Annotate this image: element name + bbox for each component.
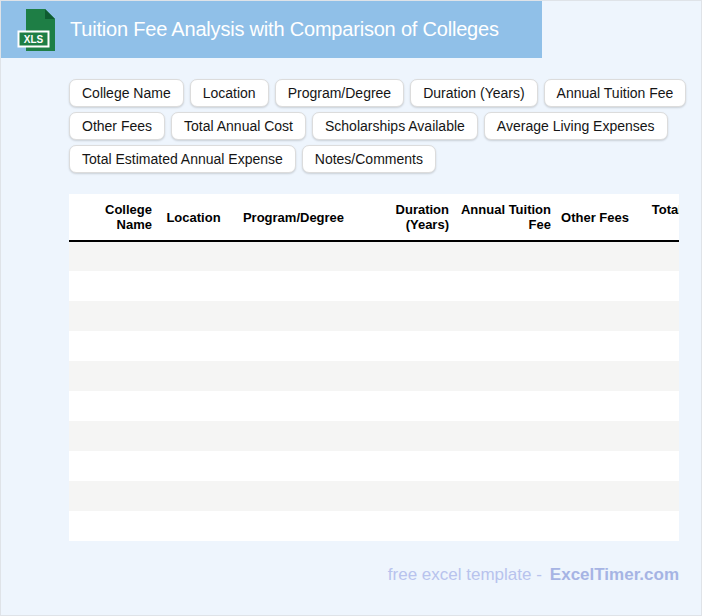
table-row [69,361,679,391]
table-cell [356,331,453,361]
table-cell [356,241,453,271]
field-chip: Other Fees [69,112,165,140]
field-chip: Scholarships Available [312,112,478,140]
table-cell [555,331,633,361]
page-title: Tuition Fee Analysis with Comparison of … [70,18,499,41]
table-cell [356,271,453,301]
table-cell [156,421,231,451]
table-cell [156,241,231,271]
table-cell [231,271,356,301]
table-cell [356,481,453,511]
table-cell [156,481,231,511]
table-cell [356,421,453,451]
column-header: Duration (Years) [356,194,453,241]
field-chips: College NameLocationProgram/DegreeDurati… [69,79,701,173]
table-row [69,481,679,511]
table-cell [633,331,679,361]
table-cell [231,481,356,511]
table-container: College NameLocationProgram/DegreeDurati… [69,194,679,541]
column-header: College Name [69,194,156,241]
table-cell [356,511,453,541]
table-cell [156,511,231,541]
xls-file-icon: XLS [17,8,57,52]
table-row [69,331,679,361]
table-cell [555,481,633,511]
table-cell [633,271,679,301]
table-cell [453,421,555,451]
table-cell [356,301,453,331]
table-cell [453,271,555,301]
table-cell [156,391,231,421]
table-cell [231,301,356,331]
table-header-row: College NameLocationProgram/DegreeDurati… [69,194,679,241]
table-row [69,271,679,301]
column-header: Location [156,194,231,241]
column-header: Total Annual Cost [633,194,679,241]
table-cell [69,481,156,511]
table-cell [156,301,231,331]
table-cell [231,451,356,481]
field-chip: Total Annual Cost [171,112,306,140]
table-cell [453,481,555,511]
table-cell [633,361,679,391]
table-cell [69,301,156,331]
field-chip: Average Living Expenses [484,112,668,140]
table-cell [231,421,356,451]
table-cell [633,451,679,481]
footer: free excel template -ExcelTimer.com [69,565,679,585]
table-row [69,421,679,451]
footer-text: free excel template - [388,565,542,584]
table-cell [231,511,356,541]
table-row [69,451,679,481]
table-cell [633,511,679,541]
table-cell [69,271,156,301]
table-cell [69,451,156,481]
table-cell [156,361,231,391]
table-cell [156,331,231,361]
table-cell [633,421,679,451]
table-cell [356,391,453,421]
table-cell [555,241,633,271]
field-chip: Total Estimated Annual Expense [69,145,296,173]
field-chip: Annual Tuition Fee [544,79,687,107]
comparison-table: College NameLocationProgram/DegreeDurati… [69,194,679,541]
table-cell [69,361,156,391]
table-cell [453,451,555,481]
table-cell [555,391,633,421]
table-cell [633,241,679,271]
table-cell [633,481,679,511]
table-cell [156,451,231,481]
column-header: Other Fees [555,194,633,241]
table-cell [156,271,231,301]
field-chip: Notes/Comments [302,145,436,173]
table-cell [231,361,356,391]
table-cell [69,391,156,421]
header-bar: XLS Tuition Fee Analysis with Comparison… [1,1,542,58]
table-cell [555,271,633,301]
table-cell [356,451,453,481]
table-row [69,391,679,421]
table-cell [231,241,356,271]
table-cell [69,241,156,271]
table-cell [555,301,633,331]
table-cell [356,361,453,391]
table-row [69,511,679,541]
table-cell [453,331,555,361]
table-cell [633,301,679,331]
table-cell [555,421,633,451]
table-cell [633,391,679,421]
table-cell [231,331,356,361]
field-chip: Duration (Years) [410,79,537,107]
footer-brand-link[interactable]: ExcelTimer.com [550,565,679,584]
table-body [69,241,679,541]
table-cell [69,421,156,451]
table-cell [69,331,156,361]
field-chip: Program/Degree [275,79,405,107]
table-cell [69,511,156,541]
field-chip: Location [190,79,269,107]
table-cell [453,361,555,391]
table-cell [453,511,555,541]
table-row [69,301,679,331]
table-cell [453,241,555,271]
table-cell [231,391,356,421]
